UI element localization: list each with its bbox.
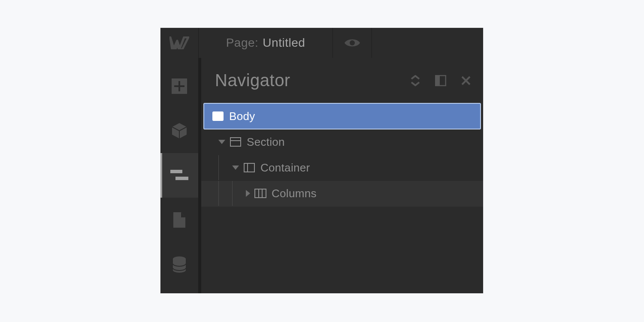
- navigator-header: Navigator: [201, 58, 483, 103]
- tree-item-container[interactable]: Container: [201, 155, 483, 181]
- svg-point-0: [350, 40, 355, 45]
- tree-item-label: Body: [229, 110, 255, 123]
- svg-rect-4: [170, 170, 182, 173]
- eye-icon: [344, 37, 361, 48]
- navigator-panel: Navigator: [199, 58, 483, 293]
- collapse-all-icon[interactable]: [410, 75, 420, 86]
- plus-icon: [171, 78, 188, 95]
- symbols-button[interactable]: [160, 108, 198, 153]
- database-icon: [172, 256, 187, 273]
- navigator-title: Navigator: [215, 71, 290, 90]
- container-icon: [243, 163, 255, 172]
- webflow-logo-icon: [169, 36, 189, 49]
- expand-toggle[interactable]: [246, 190, 250, 197]
- columns-icon: [254, 189, 266, 198]
- cube-icon: [170, 122, 188, 140]
- page-icon: [172, 211, 186, 229]
- navigator-actions: [410, 75, 471, 86]
- tree-item-label: Columns: [272, 187, 317, 200]
- tree-item-section[interactable]: Section: [201, 129, 483, 155]
- svg-rect-3: [174, 85, 184, 87]
- expand-toggle[interactable]: [218, 140, 225, 144]
- svg-rect-5: [175, 177, 188, 180]
- svg-rect-13: [230, 138, 241, 146]
- svg-point-11: [216, 114, 218, 115]
- tree-item-columns[interactable]: Columns: [201, 181, 483, 207]
- navigator-button[interactable]: [160, 153, 198, 198]
- navigator-tree: Body Section: [201, 103, 483, 293]
- pages-button[interactable]: [160, 198, 198, 242]
- cms-button[interactable]: [160, 242, 198, 287]
- section-icon: [230, 137, 242, 147]
- page-name-label: Untitled: [263, 36, 305, 50]
- designer-window: Page: Untitled: [160, 28, 483, 293]
- navigator-icon: [170, 169, 188, 182]
- svg-rect-9: [213, 112, 223, 120]
- top-bar: Page: Untitled: [160, 28, 483, 58]
- page-prefix-label: Page:: [226, 36, 259, 50]
- svg-rect-8: [435, 75, 440, 86]
- svg-point-10: [215, 114, 216, 115]
- page-selector[interactable]: Page: Untitled: [199, 28, 333, 58]
- left-tool-rail: [160, 58, 199, 293]
- logo-button[interactable]: [160, 28, 199, 58]
- svg-point-12: [218, 114, 219, 115]
- body-row: Navigator: [160, 58, 483, 293]
- pin-panel-icon[interactable]: [435, 75, 446, 86]
- svg-rect-17: [255, 189, 266, 198]
- tree-item-body[interactable]: Body: [203, 103, 481, 129]
- preview-button[interactable]: [333, 28, 372, 58]
- tree-item-label: Section: [247, 135, 285, 149]
- add-elements-button[interactable]: [160, 64, 198, 108]
- close-icon[interactable]: [461, 75, 471, 86]
- tree-item-label: Container: [260, 161, 310, 175]
- svg-rect-15: [244, 163, 254, 172]
- expand-toggle[interactable]: [232, 166, 239, 170]
- body-icon: [212, 111, 224, 121]
